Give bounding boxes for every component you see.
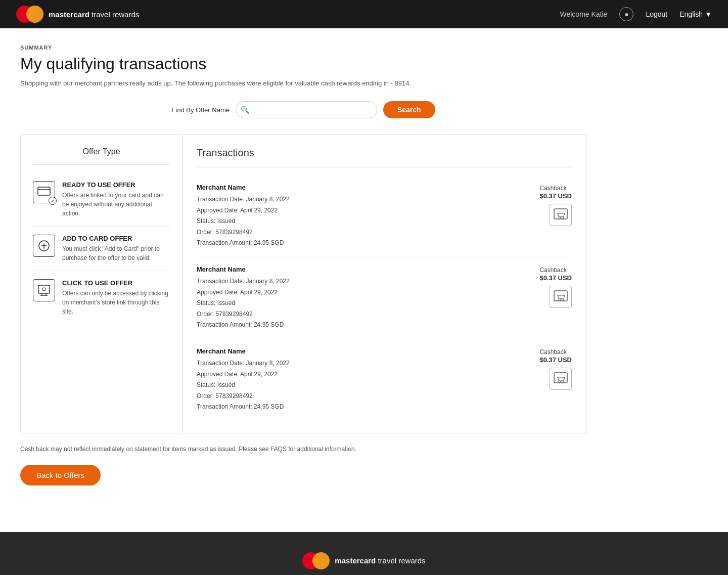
cashback-label: Cashback [539, 185, 566, 192]
transaction-list: Merchant Name Transaction Date: January … [197, 175, 572, 421]
search-icon: 🔍 [241, 106, 249, 114]
search-button[interactable]: Search [383, 101, 435, 118]
header: mastercard travel rewards Welcome Katie … [0, 0, 728, 28]
addtocard-offer-name: ADD TO CARD OFFER [62, 235, 170, 242]
clicktouse-offer-text: CLICK TO USE OFFER Offers can only be ac… [62, 279, 170, 316]
offer-type-title: Offer Type [33, 147, 170, 165]
main-content: SUMMARY My qualifying transactions Shopp… [0, 28, 607, 502]
brand-name: mastercard travel rewards [49, 10, 139, 19]
page-title: My qualifying transactions [20, 55, 586, 73]
offer-item-ready: ✓ READY TO USE OFFER Offers are linked t… [33, 173, 170, 227]
offer-item-clicktouse: CLICK TO USE OFFER Offers can only be ac… [33, 271, 170, 324]
svg-rect-0 [38, 187, 50, 195]
chevron-down-icon: ▼ [705, 10, 712, 18]
transaction-right: Cashback $0.37 USD [539, 347, 572, 390]
transactions-title: Transactions [197, 147, 572, 167]
footer-brand: mastercard travel rewards [335, 556, 425, 565]
footer-brand-bold: mastercard [335, 556, 376, 565]
transaction-info: Merchant Name Transaction Date: January … [197, 184, 290, 249]
addtocard-offer-text: ADD TO CARD OFFER You must click "Add to… [62, 235, 170, 262]
cart-icon [550, 368, 572, 390]
footer-mc-logo [302, 552, 330, 569]
footer-logo: mastercard travel rewards [302, 552, 425, 569]
header-nav: Welcome Katie ● Logout English ▼ [560, 7, 712, 21]
ready-offer-text: READY TO USE OFFER Offers are linked to … [62, 181, 170, 218]
mc-orange-circle [26, 6, 43, 23]
clicktouse-offer-desc: Offers can only be accessed by clicking … [62, 289, 170, 316]
search-label: Find By Offer Name [171, 106, 230, 114]
addtocard-offer-desc: You must click "Add to Card" prior to pu… [62, 244, 170, 262]
cashback-amount: $0.37 USD [539, 274, 572, 282]
brand-light: travel rewards [89, 10, 139, 19]
transaction-item: Merchant Name Transaction Date: January … [197, 339, 572, 421]
language-label: English [679, 10, 703, 18]
transaction-merchant: Merchant Name [197, 184, 290, 191]
logo-area: mastercard travel rewards [16, 6, 139, 23]
cashback-amount: $0.37 USD [539, 356, 572, 364]
summary-label: SUMMARY [20, 45, 586, 51]
ready-offer-name: READY TO USE OFFER [62, 181, 170, 189]
svg-rect-5 [38, 285, 50, 293]
transaction-right: Cashback $0.37 USD [539, 266, 572, 308]
svg-point-9 [42, 288, 46, 291]
cart-icon [550, 286, 572, 308]
cashback-label: Cashback [539, 267, 566, 274]
transaction-detail: Transaction Date: January 8, 2022 Approv… [197, 276, 290, 331]
cart-icon [550, 204, 572, 226]
transaction-info: Merchant Name Transaction Date: January … [197, 347, 290, 413]
clicktouse-offer-icon [33, 279, 55, 301]
language-selector[interactable]: English ▼ [679, 10, 712, 18]
clicktouse-offer-name: CLICK TO USE OFFER [62, 279, 170, 287]
footer-top: mastercard travel rewards [0, 532, 728, 575]
footer-mc-orange [312, 552, 330, 569]
transactions-panel: Transactions Merchant Name Transaction D… [183, 135, 586, 433]
transaction-detail: Transaction Date: January 8, 2022 Approv… [197, 358, 290, 413]
search-input-wrapper: 🔍 [236, 101, 377, 118]
transaction-item: Merchant Name Transaction Date: January … [197, 175, 572, 257]
cashback-note: Cash back may not reflect immediately on… [20, 446, 586, 453]
back-to-offers-button[interactable]: Back to Offers [20, 465, 101, 485]
transaction-detail: Transaction Date: January 8, 2022 Approv… [197, 194, 290, 249]
profile-icon[interactable]: ● [619, 7, 633, 21]
transaction-merchant: Merchant Name [197, 347, 290, 355]
ready-offer-desc: Offers are linked to your card and can b… [62, 191, 170, 218]
transaction-item: Merchant Name Transaction Date: January … [197, 257, 572, 339]
footer-brand-light: travel rewards [376, 556, 425, 565]
search-input[interactable] [236, 101, 377, 118]
footer: mastercard travel rewards This site is f… [0, 532, 728, 575]
welcome-text: Welcome Katie [560, 10, 607, 18]
mastercard-logo [16, 6, 43, 23]
content-grid: Offer Type ✓ READY TO USE OFFER Offers a… [20, 135, 586, 433]
addtocard-offer-icon [33, 235, 55, 257]
checkmark-icon: ✓ [49, 197, 57, 205]
offer-type-panel: Offer Type ✓ READY TO USE OFFER Offers a… [21, 135, 183, 433]
page-description: Shopping with our merchant partners real… [20, 79, 586, 87]
offer-item-addtocard: ADD TO CARD OFFER You must click "Add to… [33, 227, 170, 271]
ready-offer-icon: ✓ [33, 181, 55, 203]
search-row: Find By Offer Name 🔍 Search [20, 101, 586, 118]
transaction-merchant: Merchant Name [197, 266, 290, 273]
cashback-amount: $0.37 USD [539, 192, 572, 200]
brand-bold: mastercard [49, 10, 89, 19]
transaction-info: Merchant Name Transaction Date: January … [197, 266, 290, 331]
logout-button[interactable]: Logout [646, 10, 667, 18]
cashback-label: Cashback [539, 348, 566, 356]
transaction-right: Cashback $0.37 USD [539, 184, 572, 226]
